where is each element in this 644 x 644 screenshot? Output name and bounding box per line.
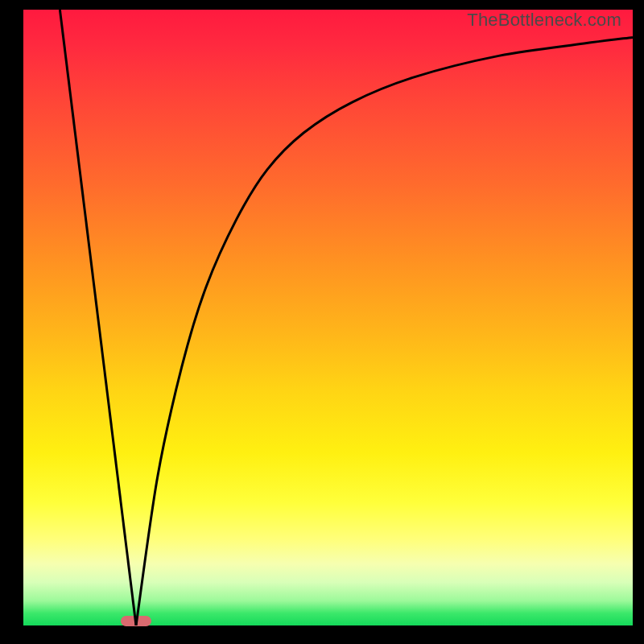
bottleneck-left-line — [60, 10, 136, 625]
chart-frame: TheBottleneck.com — [0, 0, 644, 644]
bottleneck-right-curve — [136, 37, 633, 625]
curve-layer — [23, 10, 633, 625]
watermark-text: TheBottleneck.com — [467, 10, 621, 31]
plot-area: TheBottleneck.com — [23, 10, 633, 625]
